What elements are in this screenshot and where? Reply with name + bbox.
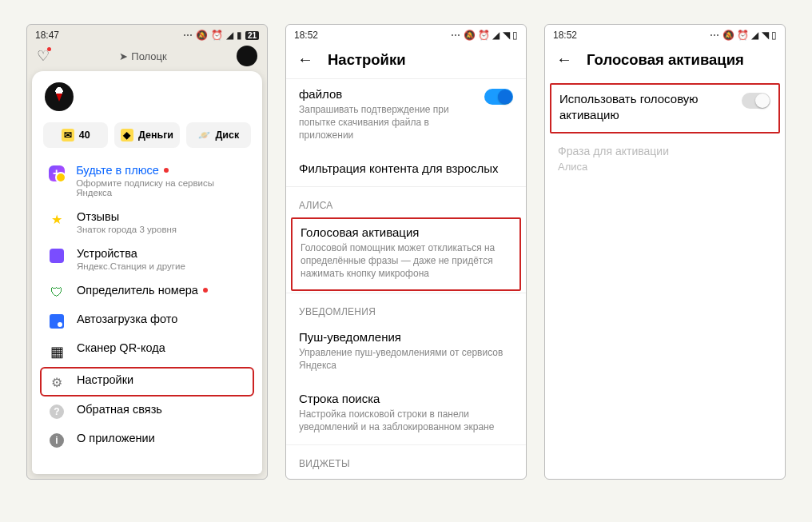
phone-voice-activation-screen: 18:52 ⋯ 🔕 ⏰ ◢ ◥ ▯ ← Голосовая активация …: [544, 24, 786, 480]
setting-voice-sub: Голосовой помощник может откликаться на …: [301, 241, 511, 281]
device-icon: [50, 249, 64, 263]
setting-push-title: Пуш-уведомления: [299, 330, 513, 344]
red-dot-icon: [203, 288, 208, 293]
setting-adult-filter[interactable]: Фильтрация контента для взрослых: [286, 153, 526, 186]
location-arrow-icon: ➤: [119, 50, 128, 62]
top-bar: ♡ ➤ Полоцк: [27, 42, 267, 71]
setting-use-voice-activation[interactable]: Использовать голосовую активацию: [550, 83, 780, 133]
menu-sheet: ✉ 40 ◆ Деньги 🪐 Диск + Будьте в плюсе Оф…: [32, 71, 262, 474]
status-time: 18:52: [553, 30, 577, 41]
setting-files-title: файлов: [299, 87, 476, 101]
back-icon[interactable]: ←: [556, 50, 572, 69]
setting-voice-activation[interactable]: Голосовая активация Голосовой помощник м…: [291, 217, 521, 292]
status-icons: ⋯ 🔕 ⏰ ◢ ◥ ▯: [710, 30, 777, 41]
help-icon: ?: [50, 404, 64, 419]
section-widgets: ВИДЖЕТЫ: [286, 444, 526, 474]
setting-push[interactable]: Пуш-уведомления Управление пуш-уведомлен…: [286, 322, 526, 383]
toggle-voice-activation[interactable]: [742, 93, 770, 109]
photo-icon: [50, 314, 64, 329]
menu-item-settings[interactable]: ⚙ Настройки: [40, 367, 254, 396]
menu-qr-title: Сканер QR-кода: [77, 341, 165, 354]
menu-about-title: О приложении: [77, 432, 155, 444]
service-chips: ✉ 40 ◆ Деньги 🪐 Диск: [40, 119, 254, 157]
menu-settings-title: Настройки: [77, 373, 133, 386]
qr-icon: ▦: [48, 343, 66, 361]
section-notifications: УВЕДОМЛЕНИЯ: [286, 293, 526, 322]
activation-phrase-label: Фраза для активации: [558, 145, 772, 157]
section-alisa: АЛИСА: [286, 186, 526, 216]
menu-item-plus[interactable]: + Будьте в плюсе Оформите подписку на се…: [40, 157, 254, 204]
profile-row[interactable]: [40, 82, 254, 119]
setting-search-sub: Настройка поисковой строки в панели увед…: [299, 408, 513, 433]
gear-icon: ⚙: [48, 375, 66, 390]
screen-header: ← Голосовая активация: [545, 42, 785, 78]
avatar-small[interactable]: [237, 46, 257, 66]
profile-avatar: [45, 82, 74, 111]
menu-item-about[interactable]: i О приложении: [40, 425, 254, 454]
menu-devices-sub: Яндекс.Станция и другие: [77, 261, 185, 271]
toggle-download-confirm[interactable]: [484, 89, 513, 105]
setting-use-voice-title: Использовать голосовую активацию: [559, 91, 734, 122]
menu-list: + Будьте в плюсе Оформите подписку на се…: [40, 157, 254, 454]
money-icon: ◆: [121, 129, 133, 141]
header-title: Голосовая активация: [587, 51, 744, 69]
bell-icon[interactable]: ♡: [37, 47, 50, 65]
red-dot-icon: [164, 168, 169, 173]
menu-item-devices[interactable]: Устройства Яндекс.Станция и другие: [40, 241, 254, 277]
header-title: Настройки: [328, 51, 406, 69]
status-bar: 18:52 ⋯ 🔕 ⏰ ◢ ◥ ▯: [286, 25, 526, 42]
menu-autoupload-title: Автозагрузка фото: [77, 313, 177, 325]
chip-disk[interactable]: 🪐 Диск: [186, 122, 251, 148]
activation-phrase-value: Алиса: [558, 161, 772, 173]
menu-reviews-title: Отзывы: [77, 210, 177, 223]
menu-callerid-title: Определитель номера: [77, 284, 198, 297]
activation-phrase-block: Фраза для активации Алиса: [545, 135, 785, 182]
menu-item-feedback[interactable]: ? Обратная связь: [40, 396, 254, 425]
screen-header: ← Настройки: [286, 42, 526, 78]
menu-devices-title: Устройства: [77, 247, 185, 260]
chip-mail[interactable]: ✉ 40: [43, 122, 108, 148]
menu-item-reviews[interactable]: ★ Отзывы Знаток города 3 уровня: [40, 204, 254, 241]
status-notif-count: 21: [245, 31, 259, 40]
chip-mail-count: 40: [79, 130, 90, 141]
plus-icon: +: [49, 165, 65, 181]
shield-icon: 🛡: [48, 285, 66, 300]
status-time: 18:52: [294, 30, 318, 41]
menu-reviews-sub: Знаток города 3 уровня: [77, 225, 177, 234]
disk-icon: 🪐: [197, 129, 210, 141]
location-chip[interactable]: ➤ Полоцк: [119, 50, 166, 62]
chip-disk-label: Диск: [215, 130, 239, 141]
status-icons: ⋯🔕⏰◢▮ 21: [183, 30, 259, 41]
setting-search-title: Строка поиска: [299, 392, 513, 405]
status-bar: 18:47 ⋯🔕⏰◢▮ 21: [27, 25, 267, 42]
setting-search-bar[interactable]: Строка поиска Настройка поисковой строки…: [286, 384, 526, 444]
setting-files-sub: Запрашивать подтверждение при попытке ск…: [299, 103, 476, 142]
menu-feedback-title: Обратная связь: [77, 403, 162, 416]
menu-item-autoupload[interactable]: Автозагрузка фото: [40, 306, 254, 335]
setting-filter-title: Фильтрация контента для взрослых: [299, 161, 513, 175]
setting-download-confirm[interactable]: файлов Запрашивать подтверждение при поп…: [286, 78, 526, 153]
status-bar: 18:52 ⋯ 🔕 ⏰ ◢ ◥ ▯: [545, 25, 785, 42]
profile-name-placeholder: [82, 86, 249, 107]
chip-money[interactable]: ◆ Деньги: [114, 122, 179, 148]
phone-menu-screen: 18:47 ⋯🔕⏰◢▮ 21 ♡ ➤ Полоцк ✉ 40 ◆ Деньги: [26, 24, 268, 480]
mail-icon: ✉: [62, 129, 74, 141]
location-label: Полоцк: [131, 50, 166, 62]
setting-voice-title: Голосовая активация: [301, 225, 511, 239]
menu-plus-sub: Оформите подписку на сервисы Яндекса: [76, 178, 246, 197]
back-icon[interactable]: ←: [297, 50, 313, 69]
phone-settings-screen: 18:52 ⋯ 🔕 ⏰ ◢ ◥ ▯ ← Настройки файлов Зап…: [285, 24, 527, 480]
info-icon: i: [50, 433, 64, 448]
status-time: 18:47: [35, 30, 59, 41]
setting-push-sub: Управление пуш-уведомлениями от сервисов…: [299, 346, 513, 372]
chip-money-label: Деньги: [138, 130, 173, 141]
menu-item-qr[interactable]: ▦ Сканер QR-кода: [40, 335, 254, 367]
status-icons: ⋯ 🔕 ⏰ ◢ ◥ ▯: [451, 30, 518, 41]
menu-plus-title: Будьте в плюсе: [76, 164, 159, 177]
menu-item-callerid[interactable]: 🛡 Определитель номера: [40, 277, 254, 306]
star-icon: ★: [48, 212, 66, 227]
